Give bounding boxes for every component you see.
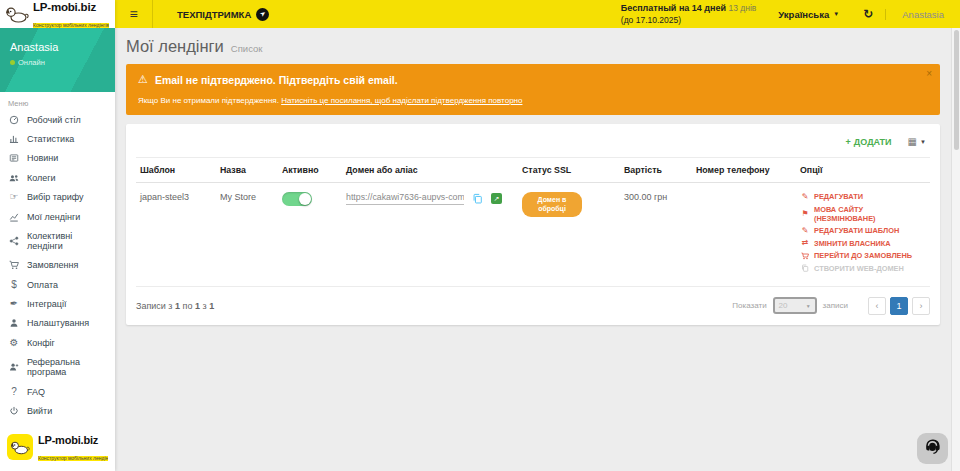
email-confirm-alert: ⚠ Email не підтверджено. Підтвердіть сві… <box>126 64 940 115</box>
option-label: ПЕРЕЙТИ ДО ЗАМОВЛЕНЬ <box>814 251 912 260</box>
sidebar-item-settings[interactable]: Налаштування <box>0 314 115 333</box>
sidebar-item-referral[interactable]: Реферальна програма <box>0 353 115 382</box>
flag-icon: ⚑ <box>800 210 810 218</box>
dog-mascot-icon <box>7 434 33 460</box>
user-profile-panel: Anastasia Онлайн <box>0 28 115 92</box>
active-toggle[interactable] <box>282 192 312 206</box>
copy-icon[interactable] <box>472 193 483 204</box>
records-word-label: записи <box>823 301 848 310</box>
sidebar-item-tariff[interactable]: ☞ Вибір тарифу <box>0 188 115 207</box>
cell-name: My Store <box>216 183 278 287</box>
sidebar-item-my-landings[interactable]: Мої лендінги <box>0 207 115 226</box>
sidebar-item-desktop[interactable]: Робочий стіл <box>0 110 115 129</box>
toggle-knob <box>299 193 311 205</box>
sidebar-item-statistics[interactable]: Статистика <box>0 129 115 148</box>
sidebar-item-news[interactable]: Новини <box>0 149 115 168</box>
alert-title: Email не підтверджено. Підтвердіть свій … <box>155 74 398 86</box>
brand-logo[interactable]: LP-mobi.biz Конструктор мобільних лендін… <box>0 0 115 28</box>
dollar-icon: $ <box>8 280 20 290</box>
landings-table: Шаблон Назва Активно Домен або аліас Ста… <box>136 157 930 287</box>
col-header-ssl: Статус SSL <box>518 158 620 183</box>
profile-username: Anastasia <box>10 41 105 53</box>
col-header-options: Опції <box>796 158 930 183</box>
cart-icon <box>800 252 810 260</box>
col-header-phone: Номер телефону <box>692 158 796 183</box>
option-edit[interactable]: ✎ РЕДАГУВАТИ <box>800 192 926 201</box>
tech-support-link[interactable]: ТЕХПІДТРИМКА ➤ <box>153 0 293 28</box>
option-change-owner[interactable]: ⇄ ЗМІНИТИ ВЛАСНИКА <box>800 239 926 248</box>
domain-link[interactable]: https://cakawi7636-aupvs-com-42 <box>346 192 464 205</box>
add-landing-button[interactable]: + ДОДАТИ <box>846 137 892 147</box>
sidebar-item-label: Колективні лендінги <box>27 231 107 251</box>
option-label: СТВОРИТИ WEB-ДОМЕН <box>814 264 904 273</box>
sidebar-item-orders[interactable]: Замовлення <box>0 256 115 275</box>
sidebar-item-label: Вибір тарифу <box>27 192 84 202</box>
records-summary: Записи з 1 по 1 з 1 <box>136 301 214 311</box>
close-icon[interactable]: × <box>926 68 932 79</box>
language-selector[interactable]: Українська ▼ <box>766 9 851 20</box>
power-icon <box>8 406 20 416</box>
option-label: РЕДАГУВАТИ ШАБЛОН <box>814 226 899 235</box>
topbar-user-menu[interactable]: Anastasia <box>885 9 960 20</box>
option-label: МОВА САЙТУ (НЕЗМІНЮВАНЕ) <box>814 205 926 223</box>
sidebar-item-faq[interactable]: ? FAQ <box>0 382 115 401</box>
trial-plan-label: Бесплатный на 14 дней <box>621 3 726 13</box>
warning-icon: ⚠ <box>138 73 148 86</box>
col-header-domain: Домен або аліас <box>342 158 518 183</box>
newspaper-icon <box>8 153 20 163</box>
question-icon: ? <box>8 387 20 397</box>
external-link-icon[interactable]: ↗ <box>491 193 502 204</box>
scrollbar[interactable] <box>951 28 960 471</box>
refresh-icon: ↻ <box>863 7 873 21</box>
telegram-icon: ➤ <box>256 8 269 21</box>
col-header-price: Вартість <box>620 158 692 183</box>
chevron-down-icon: ▼ <box>833 11 839 17</box>
sidebar-item-config[interactable]: ⚙ Конфіг <box>0 333 115 352</box>
pagination-next-button[interactable]: › <box>912 297 930 315</box>
col-header-template: Шаблон <box>136 158 216 183</box>
chevron-down-icon: ▼ <box>920 139 926 145</box>
scrollbar-thumb[interactable] <box>954 30 959 150</box>
headset-icon <box>923 437 942 460</box>
page-title: Мої лендінги <box>126 37 224 56</box>
user-plus-icon <box>8 362 20 372</box>
users-icon <box>8 173 20 183</box>
resend-confirmation-link[interactable]: Натисніть це посилання, щоб надіслати пі… <box>281 96 522 105</box>
sidebar-item-logout[interactable]: Вийти <box>0 401 115 420</box>
share-icon <box>8 236 20 246</box>
sidebar-item-label: Статистика <box>27 134 74 144</box>
option-label: РЕДАГУВАТИ <box>814 192 863 201</box>
sidebar-item-label: Оплата <box>27 280 58 290</box>
cell-phone <box>692 183 796 287</box>
option-edit-template[interactable]: ✎ РЕДАГУВАТИ ШАБЛОН <box>800 226 926 235</box>
sidebar-item-integrations[interactable]: ✒ Інтеграції <box>0 294 115 313</box>
page-size-select[interactable]: 20 ▼ <box>773 297 817 314</box>
pagination-page-1[interactable]: 1 <box>890 297 908 315</box>
hand-pointer-icon: ☞ <box>8 192 20 202</box>
trial-status: Бесплатный на 14 дней 13 днів (до 17.10.… <box>611 2 766 26</box>
option-go-to-orders[interactable]: ПЕРЕЙТИ ДО ЗАМОВЛЕНЬ <box>800 251 926 260</box>
sidebar-item-collective-landings[interactable]: Колективні лендінги <box>0 226 115 255</box>
alert-text: Якщо Ви не отримали підтвердження. <box>138 96 279 105</box>
sidebar-item-label: Колеги <box>27 173 56 183</box>
view-columns-button[interactable]: ▦ ▼ <box>908 136 926 147</box>
gears-icon: ⚙ <box>8 338 20 348</box>
sidebar-item-label: Реферальна програма <box>27 357 107 377</box>
support-chat-button[interactable] <box>917 433 948 464</box>
pagination-prev-button[interactable]: ‹ <box>868 297 886 315</box>
option-create-web-domain: СТВОРИТИ WEB-ДОМЕН <box>800 264 926 273</box>
swap-icon: ⇄ <box>800 239 810 247</box>
trial-days-left: 13 днів <box>728 3 756 13</box>
refresh-button[interactable]: ↻ <box>851 7 885 21</box>
brand-subtitle: Конструктор мобільних лендінгів <box>38 456 108 461</box>
sidebar-item-colleagues[interactable]: Колеги <box>0 168 115 187</box>
hamburger-menu-button[interactable]: ≡ <box>115 0 153 28</box>
sidebar-item-label: Інтеграції <box>27 299 66 309</box>
sidebar: LP-mobi.biz Конструктор мобільних лендін… <box>0 0 115 471</box>
copy-icon <box>800 264 810 272</box>
tech-support-label: ТЕХПІДТРИМКА <box>177 9 251 20</box>
cell-options: ✎ РЕДАГУВАТИ ⚑ МОВА САЙТУ (НЕЗМІНЮВАНЕ) … <box>796 183 930 287</box>
sidebar-item-payment[interactable]: $ Оплата <box>0 275 115 294</box>
option-site-language[interactable]: ⚑ МОВА САЙТУ (НЕЗМІНЮВАНЕ) <box>800 205 926 223</box>
edit-icon: ✎ <box>800 227 810 235</box>
